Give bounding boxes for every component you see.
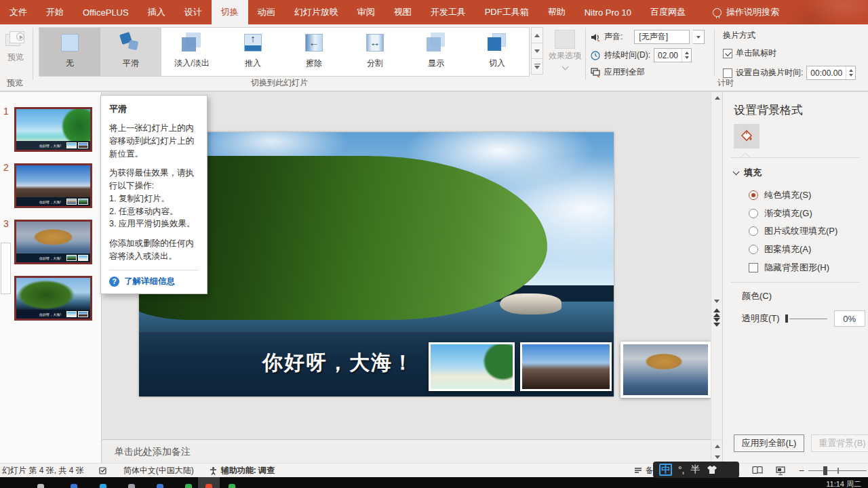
menu-tab-transitions[interactable]: 切换 (212, 0, 248, 24)
notes-scroll-up-button[interactable] (711, 441, 723, 451)
transparency-value-box[interactable]: 0% (834, 310, 865, 327)
taskbar-app-icon[interactable] (157, 484, 163, 488)
ime-chinese-mode-button[interactable]: 中 (659, 464, 672, 476)
fill-option-gradient[interactable]: 渐变填充(G) (749, 207, 812, 220)
taskbar-clock[interactable]: 11:14 周二 (826, 479, 861, 488)
effect-options-button[interactable]: 效果选项 (547, 27, 583, 79)
ribbon: 预览 预览 无 平滑 淡入/淡出 ↑ 推入 ← 擦除 (0, 24, 868, 92)
menu-tab-nitro[interactable]: Nitro Pro 10 (575, 0, 641, 24)
slide-photo-beach[interactable] (429, 342, 515, 391)
transition-fade[interactable]: 淡入/淡出 (161, 28, 222, 76)
menu-tab-design[interactable]: 设计 (175, 0, 212, 24)
taskbar-app-icon[interactable] (128, 484, 135, 488)
ime-toolbar[interactable]: 中 °, 半 (653, 462, 739, 478)
menu-tab-officeplus[interactable]: OfficePLUS (73, 0, 138, 24)
apply-to-all-background-button[interactable]: 应用到全部(L) (734, 434, 804, 452)
taskbar-app-icon-powerpoint[interactable] (205, 484, 212, 488)
fill-bucket-button[interactable] (734, 124, 760, 148)
zoom-out-button[interactable]: − (795, 465, 808, 476)
color-label[interactable]: 颜色(C) (742, 290, 772, 302)
duration-spin-arrows[interactable] (682, 49, 691, 62)
reset-background-button[interactable]: 重置背景(B) (811, 434, 868, 452)
gallery-scroll-down-button[interactable] (531, 43, 543, 59)
language-status[interactable]: 简体中文(中国大陆) (123, 465, 194, 476)
gallery-more-button[interactable] (531, 58, 543, 75)
slide-thumbnail-2[interactable]: 你好呀，大海! (14, 163, 92, 208)
ime-punctuation-button[interactable]: °, (678, 464, 685, 475)
scrollbar-thumb[interactable] (1, 243, 11, 294)
accessibility-status[interactable]: 辅助功能: 调查 (209, 465, 275, 476)
tooltip-title: 平滑 (109, 103, 199, 115)
transition-none[interactable]: 无 (39, 28, 100, 76)
taskbar-app-icon[interactable] (229, 484, 235, 488)
auto-advance-checkbox[interactable] (723, 68, 732, 78)
windows-taskbar[interactable]: 11:14 周二 (0, 477, 868, 488)
zoom-slider-thumb[interactable] (823, 466, 827, 475)
ime-halfwidth-button[interactable]: 半 (691, 464, 701, 476)
menu-tab-animations[interactable]: 动画 (248, 0, 285, 24)
menu-tab-insert[interactable]: 插入 (138, 0, 175, 24)
menu-tab-home[interactable]: 开始 (37, 0, 73, 24)
apply-to-all-button[interactable]: 应用到全部 (604, 66, 645, 78)
slide-photo-dark-beach[interactable] (520, 342, 612, 391)
next-slide-button[interactable] (711, 317, 722, 327)
reading-view-button[interactable] (749, 464, 766, 478)
duration-spinner[interactable]: 02.00 (654, 48, 692, 62)
fill-section-header[interactable]: 填充 (734, 167, 762, 179)
menu-tab-slideshow[interactable]: 幻灯片放映 (285, 0, 348, 24)
fill-option-picture[interactable]: 图片或纹理填充(P) (749, 225, 837, 237)
zoom-slider[interactable] (808, 464, 867, 478)
menu-tab-view[interactable]: 视图 (384, 0, 421, 24)
notes-scroll-down-button[interactable] (711, 451, 723, 462)
tooltip-step: 2. 任意移动内容。 (109, 205, 199, 218)
current-slide[interactable]: 你好呀，大海！ (139, 132, 614, 396)
vertical-scrollbar[interactable] (711, 92, 722, 439)
transparency-slider[interactable] (785, 314, 827, 323)
taskbar-app-icon[interactable] (100, 484, 106, 488)
taskbar-app-icon[interactable] (71, 484, 77, 488)
ribbon-tab-bar: 文件 开始 OfficePLUS 插入 设计 切换 动画 幻灯片放映 审阅 视图… (0, 0, 868, 24)
gallery-scroll-up-button[interactable] (531, 27, 543, 43)
transition-cover[interactable]: 切入 (467, 28, 528, 76)
ime-skin-icon[interactable] (707, 465, 717, 474)
auto-advance-spinner[interactable]: 00:00.00 (806, 66, 856, 80)
on-mouse-click-checkbox[interactable] (723, 49, 732, 58)
menu-tab-baidu[interactable]: 百度网盘 (641, 0, 695, 24)
auto-advance-spin-arrows[interactable] (846, 66, 855, 79)
menu-tab-developer[interactable]: 开发工具 (421, 0, 475, 24)
slide-caption-text[interactable]: 你好呀，大海！ (262, 349, 414, 377)
slide-thumbnail-3[interactable]: 你好呀，大海! (14, 220, 92, 264)
transition-split[interactable]: ↔ 分割 (344, 28, 406, 76)
slide-thumbnail-1[interactable]: 你好呀，大海! (14, 107, 92, 152)
fill-option-pattern[interactable]: 图案填充(A) (749, 243, 811, 256)
menu-tab-help[interactable]: 帮助 (538, 0, 575, 24)
duration-value: 02.00 (654, 51, 682, 60)
sound-dropdown-button[interactable] (693, 30, 705, 44)
taskbar-app-icon[interactable] (185, 484, 192, 488)
transition-wipe[interactable]: ← 擦除 (283, 28, 344, 76)
scroll-down-button[interactable] (711, 296, 722, 306)
transition-split-icon: ↔ (363, 33, 387, 54)
taskbar-app-icon[interactable] (37, 484, 44, 488)
menu-tab-file[interactable]: 文件 (0, 0, 37, 24)
notes-pane[interactable]: 单击此处添加备注 (102, 439, 711, 463)
spellcheck-icon[interactable] (99, 466, 108, 475)
preview-button[interactable]: 预览 (0, 27, 31, 80)
offslide-photo-mountain[interactable] (620, 342, 711, 398)
transition-gallery: 无 平滑 淡入/淡出 ↑ 推入 ← 擦除 ↔ 分割 (39, 27, 530, 77)
notes-scrollbar[interactable] (711, 441, 722, 463)
scroll-up-button[interactable] (711, 92, 723, 103)
menu-tab-pdf-tools[interactable]: PDF工具箱 (475, 0, 538, 24)
slideshow-view-button[interactable] (772, 464, 789, 478)
slide-thumbnail-4[interactable]: 你好呀，大海! (14, 276, 92, 321)
transition-push[interactable]: ↑ 推入 (222, 28, 283, 76)
preview-icon (5, 31, 26, 49)
fill-option-solid[interactable]: 纯色填充(S) (749, 189, 811, 201)
learn-more-link[interactable]: 了解详细信息 (124, 276, 175, 287)
menu-tab-review[interactable]: 审阅 (348, 0, 384, 24)
sound-combobox[interactable]: [无声音] (634, 30, 690, 44)
transition-reveal[interactable]: 显示 (406, 28, 467, 76)
slide-counter: 幻灯片 第 4 张, 共 4 张 (2, 465, 84, 476)
transition-morph[interactable]: 平滑 (100, 28, 161, 76)
hide-background-checkbox[interactable]: 隐藏背景图形(H) (749, 262, 829, 274)
